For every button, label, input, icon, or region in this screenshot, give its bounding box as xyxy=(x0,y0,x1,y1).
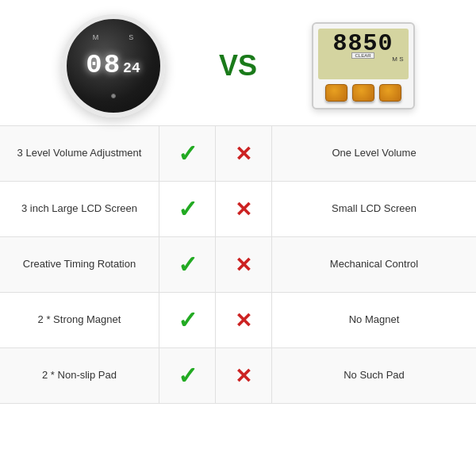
table-row: 3 inch Large LCD Screen ✓ ✕ Small LCD Sc… xyxy=(0,182,476,237)
check-icon-5: ✓ xyxy=(178,364,198,388)
cross-1: ✕ xyxy=(216,144,271,164)
left-feature-1: 3 Level Volume Adjustment xyxy=(0,140,159,167)
table-row: 2 * Strong Magnet ✓ ✕ No Magnet xyxy=(0,293,476,348)
table-row: 2 * Non-slip Pad ✓ ✕ No Such Pad xyxy=(0,348,476,404)
circular-timer: M S 08 24 xyxy=(62,14,165,117)
right-feature-4: No Magnet xyxy=(272,306,476,333)
check-icon-3: ✓ xyxy=(178,253,198,277)
cross-icon-2: ✕ xyxy=(235,199,252,220)
check-4: ✓ xyxy=(159,309,215,332)
check-icon-2: ✓ xyxy=(178,198,198,221)
check-3: ✓ xyxy=(159,253,215,277)
cross-icon-4: ✕ xyxy=(235,310,252,331)
timer-minutes: 08 xyxy=(86,50,121,80)
m-label: M xyxy=(93,33,99,41)
s-label: S xyxy=(129,33,133,41)
vs-label: VS xyxy=(210,49,266,83)
right-feature-1: One Level Volume xyxy=(272,140,476,167)
right-feature-3: Mechanical Control xyxy=(272,251,476,278)
check-1: ✓ xyxy=(159,142,215,166)
comparison-table: 3 Level Volume Adjustment ✓ ✕ One Level … xyxy=(0,125,476,476)
timer-button-3[interactable] xyxy=(379,84,401,102)
rectangular-timer: 8850 M S CLEAR xyxy=(312,22,415,109)
timer-seconds: 24 xyxy=(123,60,140,76)
check-5: ✓ xyxy=(159,364,215,388)
cross-2: ✕ xyxy=(216,199,271,220)
timer-display: 08 24 xyxy=(86,50,140,83)
check-icon-1: ✓ xyxy=(178,142,198,166)
cross-icon-1: ✕ xyxy=(235,144,252,164)
clear-label: CLEAR xyxy=(351,52,374,59)
timer-button-2[interactable] xyxy=(352,84,374,102)
timer-buttons xyxy=(325,84,401,102)
right-product: 8850 M S CLEAR xyxy=(266,22,460,109)
cross-4: ✕ xyxy=(216,310,271,331)
table-row: 3 Level Volume Adjustment ✓ ✕ One Level … xyxy=(0,126,476,182)
check-icon-4: ✓ xyxy=(178,309,198,332)
timer-button-1[interactable] xyxy=(325,84,347,102)
left-feature-2: 3 inch Large LCD Screen xyxy=(0,195,159,222)
cross-icon-3: ✕ xyxy=(235,255,252,275)
cross-5: ✕ xyxy=(216,366,271,386)
left-feature-3: Creative Timing Rotation xyxy=(0,251,159,278)
main-container: M S 08 24 VS 8850 M S CLEAR xyxy=(0,0,476,476)
left-feature-4: 2 * Strong Magnet xyxy=(0,306,159,333)
timer-dot xyxy=(111,94,116,98)
timer-labels: M S xyxy=(93,33,134,41)
ms-label: M S xyxy=(392,56,403,63)
check-2: ✓ xyxy=(159,198,215,221)
right-feature-5: No Such Pad xyxy=(272,362,476,389)
right-feature-2: Small LCD Screen xyxy=(272,195,476,222)
product-comparison-header: M S 08 24 VS 8850 M S CLEAR xyxy=(0,0,476,125)
left-feature-5: 2 * Non-slip Pad xyxy=(0,362,159,389)
table-row: Creative Timing Rotation ✓ ✕ Mechanical … xyxy=(0,237,476,293)
left-product: M S 08 24 xyxy=(16,14,210,117)
cross-3: ✕ xyxy=(216,255,271,275)
cross-icon-5: ✕ xyxy=(235,366,252,386)
